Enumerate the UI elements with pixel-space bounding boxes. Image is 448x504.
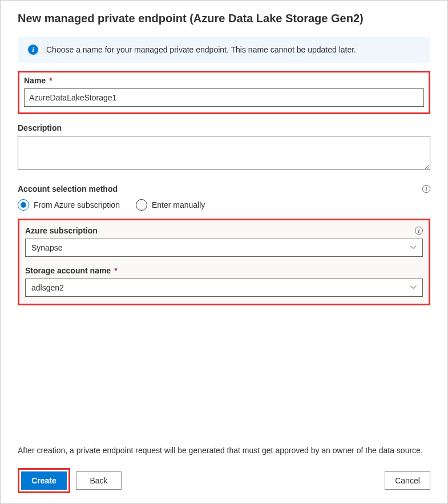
- info-outline-icon[interactable]: i: [415, 227, 423, 235]
- chevron-down-icon: [410, 243, 417, 252]
- subscription-value: Synapse: [31, 243, 62, 252]
- info-icon: i: [28, 45, 38, 55]
- name-label: Name: [24, 76, 46, 85]
- subscription-label: Azure subscription: [25, 226, 98, 235]
- account-selection-header: Account selection method i: [18, 184, 430, 193]
- description-label: Description: [18, 123, 62, 132]
- radio-enter-manually-label: Enter manually: [152, 200, 205, 209]
- description-input[interactable]: [18, 136, 430, 170]
- storage-account-value: adlsgen2: [31, 283, 64, 292]
- account-selection-label: Account selection method: [18, 184, 118, 193]
- required-asterisk-icon: *: [114, 266, 117, 275]
- account-selection-radio-group: From Azure subscription Enter manually: [18, 199, 430, 211]
- button-row: Create Back Cancel: [18, 468, 430, 493]
- info-banner-text: Choose a name for your managed private e…: [46, 45, 356, 54]
- radio-enter-manually[interactable]: Enter manually: [136, 199, 205, 211]
- subscription-highlight-box: Azure subscription i Synapse Storage acc…: [18, 219, 430, 305]
- info-outline-icon[interactable]: i: [422, 185, 430, 193]
- back-button[interactable]: Back: [76, 471, 122, 490]
- description-field: Description: [18, 123, 430, 172]
- name-highlight-box: Name *: [18, 71, 430, 114]
- radio-from-subscription-label: From Azure subscription: [34, 200, 120, 209]
- name-input[interactable]: [24, 88, 424, 107]
- managed-private-endpoint-panel: New managed private endpoint (Azure Data…: [0, 0, 448, 504]
- create-button[interactable]: Create: [21, 471, 67, 490]
- required-asterisk-icon: *: [49, 76, 52, 85]
- footer-note: After creation, a private endpoint reque…: [18, 445, 430, 457]
- create-highlight-box: Create: [18, 468, 70, 493]
- radio-unchecked-icon: [136, 199, 147, 211]
- chevron-down-icon: [410, 283, 417, 292]
- cancel-button[interactable]: Cancel: [385, 471, 430, 490]
- storage-account-label: Storage account name: [25, 266, 111, 275]
- radio-checked-icon: [18, 199, 29, 211]
- subscription-dropdown[interactable]: Synapse: [25, 239, 423, 257]
- storage-account-dropdown[interactable]: adlsgen2: [25, 279, 423, 297]
- info-banner: i Choose a name for your managed private…: [18, 37, 430, 63]
- radio-from-subscription[interactable]: From Azure subscription: [18, 199, 120, 211]
- panel-title: New managed private endpoint (Azure Data…: [18, 12, 430, 25]
